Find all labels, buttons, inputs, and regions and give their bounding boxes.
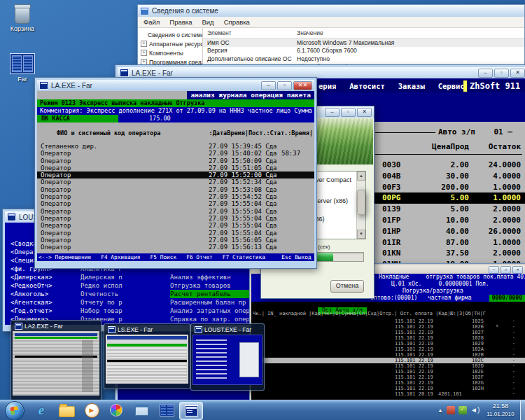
- expander-icon[interactable]: +: [141, 50, 147, 56]
- show-desktop-button[interactable]: [520, 400, 525, 420]
- menu-item[interactable]: Справка: [224, 18, 250, 26]
- scroll-down-icon[interactable]: ▼: [357, 230, 365, 239]
- cancel-button[interactable]: Отмена: [330, 280, 364, 293]
- table-row[interactable]: Версия 6.1.7600 Сборка 7600: [203, 47, 524, 55]
- menu-item[interactable]: Правка: [169, 18, 192, 26]
- table-row[interactable]: Оператор 27.09 15:55:04 Сда: [37, 222, 314, 229]
- table-row[interactable]: Оператор 27.09 15:40:02 Сда 58:37: [37, 150, 314, 157]
- table-row[interactable]: 115.101 20.19 4201.101: [251, 391, 525, 397]
- table-row[interactable]: Оператор 27.09 15:55:04 Сда: [37, 215, 314, 222]
- dos-menu-brand[interactable]: ZhSoft 911: [470, 81, 520, 91]
- menu-key: <Дилерская>: [5, 273, 80, 281]
- thumbnail-preview[interactable]: [13, 331, 99, 396]
- minimize-button[interactable]: [478, 69, 493, 78]
- table-row[interactable]: Оператор 27.09 15:52:34 Сда: [37, 178, 314, 186]
- table-row[interactable]: Степаненко дир. 27.09 15:39:45 Сда: [37, 143, 314, 150]
- table-row[interactable]: 004B 30.00 4.0000: [372, 171, 525, 182]
- system-info-titlebar[interactable]: Сведения о системе: [138, 5, 524, 17]
- dos-menu-items[interactable]: ерия Автосист Заказы Сервис: [318, 82, 465, 90]
- thumbnail-preview[interactable]: [106, 335, 188, 384]
- close-button[interactable]: [357, 108, 372, 117]
- expander-icon[interactable]: [141, 32, 146, 37]
- scrollbar[interactable]: ▲ ▼: [356, 172, 365, 239]
- minimize-button[interactable]: [261, 81, 276, 90]
- table-row[interactable]: Оператор 27.09 15:55:04 Сда: [37, 230, 314, 237]
- table-row[interactable]: Оператор 27.09 15:56:05 Сда: [37, 237, 314, 244]
- menu-item[interactable]: Файл: [144, 18, 160, 26]
- volume-icon[interactable]: ◄): [470, 406, 479, 414]
- minimize-button[interactable]: [489, 266, 499, 274]
- expander-icon[interactable]: +: [141, 41, 147, 47]
- far-main-titlebar[interactable]: LA.EXE - Far: [118, 67, 525, 78]
- journal-function-keys-bar[interactable]: <--> Перемещение F4 Архивация F5 Поиск F…: [37, 253, 314, 261]
- table-row[interactable]: Оператор 27.09 15:50:09 Сда: [37, 158, 314, 164]
- taskbar-thumbnail-loust[interactable]: LOUST.EXE - Far: [190, 323, 265, 391]
- taskbar-thumbnail-ls[interactable]: LS.EXE - Far: [104, 323, 190, 389]
- table-row[interactable]: 0139 5.00 2.0000: [372, 204, 525, 215]
- table-row[interactable]: 115.101 22.19 1027: [251, 330, 525, 335]
- scroll-up-icon[interactable]: ▲: [357, 172, 365, 181]
- table-row[interactable]: Дополнительное описание ОС Недоступно: [203, 55, 524, 63]
- taskbar-item-media-player[interactable]: ▶: [83, 402, 101, 418]
- taskbar-item-internet-explorer[interactable]: e: [32, 402, 50, 418]
- table-row[interactable]: 115.101 22.19 102D: [251, 363, 525, 369]
- taskbar-item-app1[interactable]: [105, 402, 127, 419]
- table-row[interactable]: 00PG 5.00 1.0000: [372, 192, 525, 204]
- tray-app-icon[interactable]: [447, 406, 455, 414]
- table-row[interactable]: 115.101 22.19 102G: [251, 380, 525, 386]
- table-row[interactable]: Оператор 27.09 15:55:04 Сда: [37, 200, 314, 207]
- expander-icon[interactable]: +: [141, 59, 147, 65]
- table-row[interactable]: 115.101 22.19 1028: [251, 335, 525, 341]
- window-title: LA.EXE - Far: [132, 69, 173, 77]
- taskbar-clock[interactable]: 21:58 11.01.2010: [482, 402, 519, 419]
- table-row[interactable]: 115.101 22.19 1025: [251, 318, 525, 324]
- table-row[interactable]: 01HP 40.00 26.0000: [372, 226, 525, 237]
- table-row[interactable]: Оператор 27.09 15:53:08 Сда: [37, 186, 314, 193]
- maximize-button[interactable]: [341, 108, 356, 117]
- table-row[interactable]: Оператор 27.09 15:56:13 Сда: [37, 244, 314, 251]
- table-row[interactable]: Оператор 27.09 15:55:04 Сда: [37, 208, 314, 215]
- table-row[interactable]: 01IR 87.00 1.0000: [372, 237, 525, 248]
- table-row[interactable]: Имя ОС Microsoft Windows 7 Максимальная: [203, 38, 524, 47]
- table-row[interactable]: 115.101 22.19 1029: [251, 341, 525, 346]
- column-header-value[interactable]: Значение: [293, 29, 524, 36]
- maximize-button[interactable]: [494, 69, 509, 78]
- table-row[interactable]: Оператор 27.09 15:51:05 Сда: [37, 164, 314, 172]
- desktop-icon-recycle-bin[interactable]: Корзина: [4, 6, 41, 32]
- close-button[interactable]: [512, 266, 523, 274]
- table-row[interactable]: 00F3 200.00 1.0000: [372, 182, 525, 193]
- close-button[interactable]: [510, 69, 525, 78]
- start-button[interactable]: [5, 401, 24, 420]
- journal-titlebar[interactable]: LA.EXE - Far ✕: [37, 80, 314, 91]
- thumbnail-preview[interactable]: [192, 335, 262, 385]
- maximize-button[interactable]: [500, 266, 511, 274]
- tree-item[interactable]: + Компоненты: [138, 48, 202, 57]
- table-row[interactable]: 0030 2.00 24.0000: [372, 160, 525, 171]
- table-row[interactable]: Оператор 27.09 15:54:52 Сда: [37, 193, 314, 200]
- table-row[interactable]: 115.101 22.19 1026 *: [251, 324, 525, 330]
- tray-update-icon[interactable]: [458, 406, 467, 414]
- table-row[interactable]: 115.101 22.19 102B: [251, 352, 525, 358]
- table-row[interactable]: 115.101 22.19 102H: [251, 386, 525, 391]
- minimize-button[interactable]: [325, 108, 340, 117]
- table-row[interactable]: 01FP 10.00 2.0000: [372, 215, 525, 226]
- menu-item[interactable]: Вид: [202, 18, 214, 26]
- table-row[interactable]: 115.101 22.19 102E: [251, 369, 525, 374]
- table-row[interactable]: 115.101 22.19 102A: [251, 346, 525, 352]
- tree-item[interactable]: Сведения о системе: [138, 30, 202, 39]
- column-header-item[interactable]: Элемент: [203, 29, 293, 36]
- tree-item[interactable]: + Аппаратные ресурсы: [138, 39, 202, 48]
- taskbar-item-app2[interactable]: [130, 402, 153, 419]
- close-button[interactable]: ✕: [293, 81, 312, 90]
- show-hidden-icons-chevron[interactable]: ▲: [438, 407, 443, 414]
- table-row[interactable]: 115.101 22.19 102F: [251, 374, 525, 380]
- taskbar-item-console-active[interactable]: [179, 402, 203, 420]
- table-row[interactable]: 01KN 37.50 2.0000: [372, 248, 525, 259]
- taskbar-item-explorer[interactable]: [57, 402, 76, 418]
- table-row[interactable]: 115.101 22.19 102C: [251, 358, 525, 363]
- table-row[interactable]: Оператор 27.09 15:52:00 Сда: [37, 172, 314, 178]
- taskbar-item-far[interactable]: [155, 402, 178, 419]
- taskbar-thumbnail-la2[interactable]: LA2.EXE - Far: [10, 320, 102, 401]
- maximize-button[interactable]: [277, 81, 292, 90]
- scrollbar-thumb[interactable]: [357, 190, 365, 215]
